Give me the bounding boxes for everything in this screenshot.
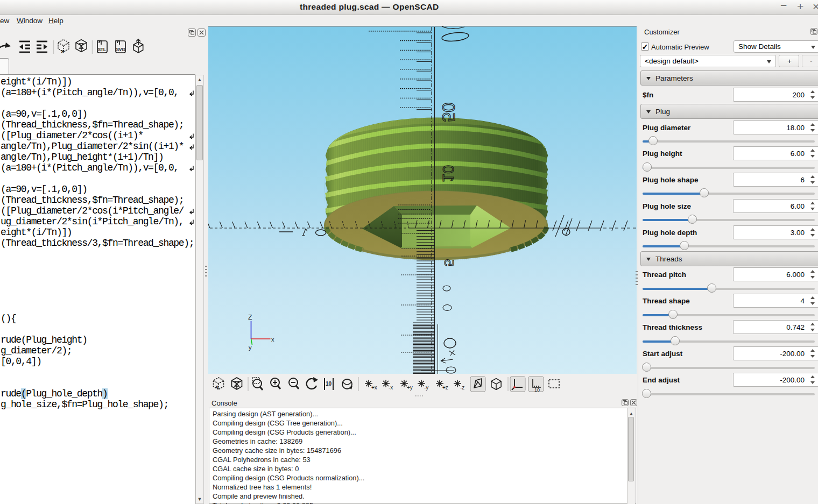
svg-text:10: 10 bbox=[534, 387, 540, 393]
svg-text:x: x bbox=[271, 336, 274, 343]
svg-text:-z: -z bbox=[460, 385, 464, 391]
svg-text:SVG: SVG bbox=[116, 47, 126, 52]
svg-text:y: y bbox=[249, 344, 252, 351]
svg-text:Z: Z bbox=[248, 314, 252, 321]
svg-text:10: 10 bbox=[326, 381, 332, 387]
svg-text:-y: -y bbox=[424, 385, 428, 391]
svg-text:+y: +y bbox=[407, 385, 413, 391]
svg-text:10: 10 bbox=[440, 165, 457, 182]
svg-text:+z: +z bbox=[442, 385, 448, 391]
svg-text:STL: STL bbox=[98, 47, 106, 52]
svg-text:50: 50 bbox=[439, 102, 459, 122]
svg-text:+x: +x bbox=[371, 385, 377, 391]
svg-text:»: » bbox=[61, 47, 65, 55]
svg-text:»: » bbox=[215, 383, 219, 391]
svg-text:5: 5 bbox=[442, 259, 456, 266]
svg-text:-x: -x bbox=[389, 385, 393, 391]
